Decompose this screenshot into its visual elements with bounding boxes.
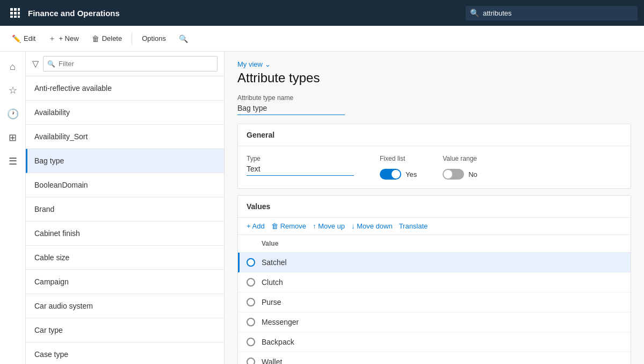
grid-icon[interactable]: [6, 4, 24, 22]
type-field: Type Text: [247, 155, 354, 176]
value-label: Clutch: [262, 278, 283, 287]
list-item[interactable]: Campaign: [26, 270, 224, 294]
general-section: General Type Text Fixed list Yes: [237, 124, 631, 189]
value-label: Satchel: [262, 258, 287, 267]
detail-panel: My view ⌄ Attribute types Attribute type…: [225, 52, 644, 364]
fixed-list-label: Fixed list: [380, 155, 417, 162]
filter-input[interactable]: [43, 56, 218, 72]
filter-icon[interactable]: ▽: [32, 59, 39, 69]
home-icon[interactable]: ⌂: [2, 56, 24, 77]
radio-circle: [247, 298, 255, 306]
svg-rect-5: [18, 12, 20, 15]
type-value: Text: [247, 165, 354, 176]
list-items: Anti-reflective availableAvailabilityAva…: [26, 76, 224, 364]
attr-type-name-label: Attribute type name: [237, 94, 631, 102]
general-section-title: General: [238, 124, 631, 146]
type-label: Type: [247, 155, 354, 162]
value-range-toggle-wrapper: No: [443, 169, 477, 180]
list-item[interactable]: Cabinet finish: [26, 222, 224, 246]
value-label: Purse: [262, 298, 281, 306]
value-label: Messenger: [262, 318, 299, 326]
radio-circle: [247, 338, 255, 346]
value-range-value: No: [468, 170, 477, 179]
list-item[interactable]: Car audio system: [26, 294, 224, 318]
list-item[interactable]: Availability: [26, 101, 224, 125]
search-button[interactable]: 🔍: [173, 31, 193, 46]
value-range-toggle[interactable]: [443, 169, 464, 180]
remove-value-label: Remove: [280, 222, 306, 230]
list-item[interactable]: Brand: [26, 197, 224, 222]
value-row[interactable]: Purse: [238, 292, 631, 312]
edit-icon: ✏️: [12, 34, 21, 43]
list-item[interactable]: Availability_Sort: [26, 125, 224, 149]
fixed-list-toggle-wrapper: Yes: [380, 169, 417, 180]
list-item[interactable]: Car type: [26, 318, 224, 342]
radio-circle: [247, 358, 255, 364]
remove-value-button[interactable]: 🗑 Remove: [271, 222, 306, 230]
list-item[interactable]: Anti-reflective available: [26, 76, 224, 101]
list-item[interactable]: BooleanDomain: [26, 173, 224, 197]
page-title: Attribute types: [237, 70, 631, 85]
options-button[interactable]: Options: [136, 31, 171, 46]
value-row[interactable]: Messenger: [238, 312, 631, 332]
global-search-input[interactable]: [466, 6, 638, 20]
value-range-field: Value range No: [443, 155, 477, 180]
move-down-label: ↓ Move down: [351, 222, 393, 230]
value-row[interactable]: Backpack: [238, 332, 631, 352]
recent-icon[interactable]: 🕐: [2, 103, 24, 125]
fixed-list-value: Yes: [406, 170, 417, 179]
attr-type-name-value: Bag type: [237, 104, 345, 115]
list-item[interactable]: Cable size: [26, 246, 224, 270]
value-row[interactable]: Clutch: [238, 273, 631, 292]
filter-search-icon: 🔍: [47, 60, 55, 68]
add-value-button[interactable]: + Add: [247, 222, 265, 230]
list-item[interactable]: Case type: [26, 342, 224, 364]
svg-rect-7: [14, 16, 17, 18]
workspaces-icon[interactable]: ⊞: [2, 127, 24, 148]
fixed-list-toggle[interactable]: [380, 169, 401, 180]
value-row[interactable]: Satchel: [238, 253, 631, 273]
search-wrapper: 🔍: [466, 6, 638, 20]
move-up-button[interactable]: ↑ Move up: [313, 222, 345, 230]
svg-rect-0: [10, 8, 13, 11]
values-header-row: Value: [238, 235, 631, 253]
fixed-list-toggle-knob: [392, 170, 400, 179]
translate-label: Translate: [399, 222, 428, 230]
value-row[interactable]: Wallet: [238, 352, 631, 364]
fixed-list-field: Fixed list Yes: [380, 155, 417, 180]
values-toolbar: + Add 🗑 Remove ↑ Move up ↓ Move down Tra…: [238, 218, 631, 235]
values-section: Values + Add 🗑 Remove ↑ Move up ↓ Move d…: [237, 195, 631, 364]
radio-circle: [247, 258, 255, 267]
trash-icon: 🗑: [271, 222, 278, 230]
modules-icon[interactable]: ☰: [2, 151, 24, 172]
move-up-label: ↑ Move up: [313, 222, 345, 230]
add-value-label: + Add: [247, 222, 265, 230]
value-range-label: Value range: [443, 155, 477, 162]
my-view-row[interactable]: My view ⌄: [237, 60, 631, 68]
translate-button[interactable]: Translate: [399, 222, 428, 230]
list-item[interactable]: Bag type: [26, 149, 224, 173]
values-header-label: Value: [262, 240, 278, 247]
value-label: Wallet: [262, 358, 282, 364]
top-nav: Finance and Operations 🔍: [0, 0, 644, 26]
list-panel: ▽ 🔍 Anti-reflective availableAvailabilit…: [26, 52, 225, 364]
values-section-title: Values: [238, 196, 631, 218]
radio-circle: [247, 318, 255, 326]
value-label: Backpack: [262, 338, 294, 346]
svg-rect-2: [18, 8, 20, 11]
value-range-toggle-knob: [444, 170, 452, 179]
chevron-down-icon: ⌄: [265, 60, 271, 68]
svg-rect-4: [14, 12, 17, 15]
new-button[interactable]: ＋ + New: [43, 31, 84, 47]
values-rows-container: SatchelClutchPurseMessengerBackpackWalle…: [238, 253, 631, 364]
general-fields-row: Type Text Fixed list Yes Value ra: [247, 155, 622, 180]
values-list: Value SatchelClutchPurseMessengerBackpac…: [238, 235, 631, 364]
icon-sidebar: ⌂ ☆ 🕐 ⊞ ☰: [0, 52, 26, 364]
new-icon: ＋: [48, 34, 56, 44]
edit-button[interactable]: ✏️ Edit: [6, 31, 41, 46]
favorites-icon[interactable]: ☆: [2, 80, 24, 101]
svg-rect-8: [18, 16, 20, 18]
move-down-button[interactable]: ↓ Move down: [351, 222, 393, 230]
delete-button[interactable]: 🗑 Delete: [86, 31, 128, 46]
my-view-label: My view: [237, 60, 263, 68]
